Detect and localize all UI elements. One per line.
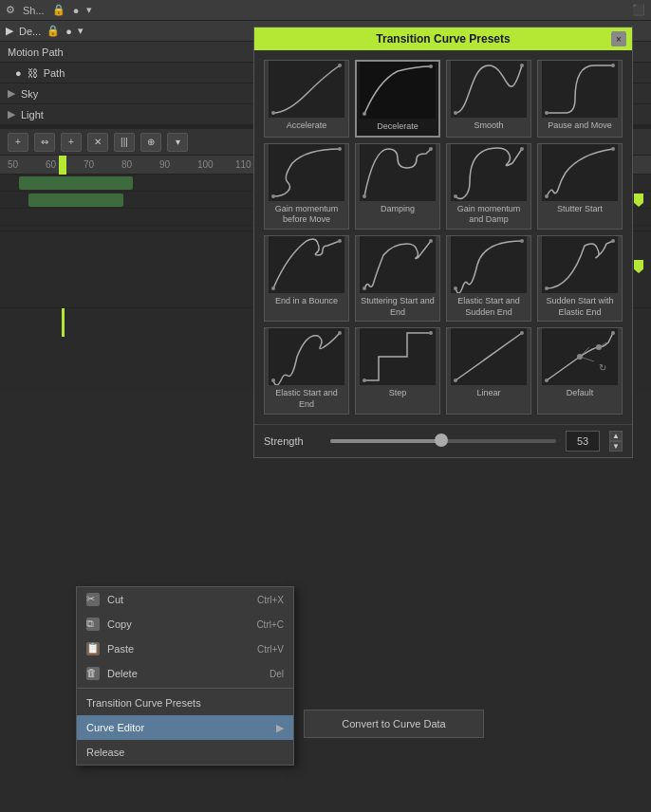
preset-sudden-elastic[interactable]: Sudden Start with Elastic End bbox=[537, 235, 623, 322]
tl-btn-6[interactable]: ⊕ bbox=[140, 133, 161, 152]
tl-btn-1[interactable]: + bbox=[8, 133, 28, 152]
ctx-curve-editor[interactable]: Curve Editor ▶ bbox=[77, 715, 293, 740]
tl-btn-4[interactable]: ✕ bbox=[87, 133, 108, 152]
svg-point-45 bbox=[520, 331, 524, 335]
svg-point-25 bbox=[271, 286, 275, 290]
preset-canvas-pause-move bbox=[542, 61, 618, 118]
preset-svg-end-bounce bbox=[269, 236, 344, 293]
ctx-cut-shortcut: Ctrl+X bbox=[257, 595, 284, 605]
svg-point-51 bbox=[596, 344, 602, 350]
preset-decelerate[interactable]: Decelerate bbox=[355, 60, 440, 138]
preset-canvas-accelerate bbox=[269, 61, 344, 118]
svg-point-26 bbox=[338, 239, 342, 243]
preset-canvas-end-bounce bbox=[269, 236, 344, 293]
top-icon-2: ▶ bbox=[6, 25, 13, 37]
svg-point-19 bbox=[454, 194, 457, 198]
preset-svg-default: ↻ bbox=[542, 328, 618, 385]
preset-linear[interactable]: Linear bbox=[446, 327, 531, 414]
ctx-delete-label: Delete bbox=[107, 668, 138, 679]
tcp-presets-grid: Accelerate Decelerate bbox=[254, 50, 632, 424]
preset-svg-pause-move bbox=[542, 61, 618, 118]
ctx-copy[interactable]: ⧉ Copy Ctrl+C bbox=[77, 612, 293, 637]
top-icon-1: ⚙ bbox=[6, 4, 15, 16]
svg-point-4 bbox=[363, 112, 366, 116]
ctx-copy-shortcut: Ctrl+C bbox=[256, 619, 284, 630]
preset-canvas-stutter-start bbox=[542, 144, 618, 201]
svg-rect-18 bbox=[451, 144, 527, 201]
path-label: Path bbox=[44, 67, 65, 79]
svg-point-29 bbox=[429, 239, 433, 243]
svg-point-28 bbox=[363, 286, 366, 290]
preset-svg-sudden-elastic bbox=[542, 236, 618, 293]
svg-point-13 bbox=[271, 194, 275, 198]
svg-rect-12 bbox=[269, 144, 344, 201]
preset-label-gain-before: Gain momentum before Move bbox=[265, 201, 348, 229]
preset-accelerate[interactable]: Accelerate bbox=[264, 60, 349, 138]
convert-to-curve-btn[interactable]: Convert to Curve Data bbox=[304, 710, 484, 738]
ctx-paste[interactable]: 📋 Paste Ctrl+V bbox=[77, 637, 293, 661]
preset-label-elastic-both: Elastic Start and End bbox=[265, 385, 348, 413]
svg-point-37 bbox=[271, 378, 275, 382]
strength-slider-track[interactable] bbox=[330, 439, 556, 443]
svg-point-14 bbox=[338, 147, 342, 151]
preset-default[interactable]: ↻ Default bbox=[537, 327, 623, 414]
preset-svg-gain-damp bbox=[451, 144, 527, 201]
ctx-submenu-arrow: ▶ bbox=[276, 722, 284, 734]
top-title-1: Sh... bbox=[23, 5, 45, 16]
ctx-cut[interactable]: ✂ Cut Ctrl+X bbox=[77, 587, 293, 612]
preset-canvas-gain-damp bbox=[451, 144, 527, 201]
strength-slider-fill bbox=[330, 439, 441, 443]
spin-up[interactable]: ▲ bbox=[609, 431, 623, 441]
preset-label-pause-move: Pause and Move bbox=[546, 118, 614, 135]
preset-label-gain-damp: Gain momentum and Damp bbox=[447, 201, 530, 229]
ctx-paste-label: Paste bbox=[107, 643, 134, 655]
track-block-1 bbox=[19, 176, 133, 190]
preset-label-default: Default bbox=[565, 385, 596, 402]
green-marker-2 bbox=[634, 260, 643, 273]
ctx-tcp[interactable]: Transition Curve Presets bbox=[77, 691, 293, 715]
preset-step[interactable]: Step bbox=[355, 327, 440, 414]
preset-label-sudden-elastic: Sudden Start with Elastic End bbox=[538, 293, 622, 321]
preset-stutter-start[interactable]: Stutter Start bbox=[537, 143, 623, 230]
svg-point-22 bbox=[545, 194, 549, 198]
svg-point-17 bbox=[429, 147, 433, 151]
ctx-copy-label: Copy bbox=[107, 618, 132, 630]
svg-point-35 bbox=[611, 239, 615, 243]
track-block-2 bbox=[28, 194, 123, 207]
tcp-title: Transition Curve Presets bbox=[376, 32, 510, 46]
preset-elastic-sudden[interactable]: Elastic Start and Sudden End bbox=[446, 235, 531, 322]
svg-point-38 bbox=[338, 331, 342, 335]
ruler-numbers: 50 60 70 80 90 100 110 bbox=[8, 159, 273, 170]
preset-smooth[interactable]: Smooth bbox=[446, 60, 531, 138]
tcp-close-btn[interactable]: × bbox=[611, 31, 626, 46]
svg-point-44 bbox=[454, 378, 457, 382]
preset-svg-stutter-start bbox=[542, 144, 618, 201]
preset-elastic-both[interactable]: Elastic Start and End bbox=[264, 327, 349, 414]
spin-down[interactable]: ▼ bbox=[609, 441, 623, 452]
preset-canvas-default: ↻ bbox=[542, 328, 618, 385]
preset-gain-momentum-before[interactable]: Gain momentum before Move bbox=[264, 143, 349, 230]
preset-end-bounce[interactable]: End in a Bounce bbox=[264, 235, 349, 322]
ctx-release[interactable]: Release bbox=[77, 740, 293, 765]
preset-canvas-gain-momentum-before bbox=[269, 144, 344, 201]
tl-btn-5[interactable]: ||| bbox=[114, 133, 135, 152]
ruler-90: 90 bbox=[159, 159, 197, 170]
preset-label-linear: Linear bbox=[474, 385, 502, 402]
strength-slider-thumb[interactable] bbox=[435, 434, 448, 447]
preset-label-decelerate: Decelerate bbox=[375, 119, 420, 136]
svg-rect-9 bbox=[542, 61, 618, 118]
preset-canvas-elastic-sudden bbox=[451, 236, 527, 293]
tl-btn-2[interactable]: ⇔ bbox=[34, 133, 55, 152]
tl-btn-7[interactable]: ▾ bbox=[167, 133, 188, 152]
svg-point-8 bbox=[520, 64, 524, 67]
top-bar-1: ⚙ Sh... 🔒 ● ▾ ⬛ bbox=[0, 0, 651, 21]
preset-stutter-start-end[interactable]: Stuttering Start and End bbox=[355, 235, 440, 322]
preset-damping[interactable]: Damping bbox=[355, 143, 440, 230]
svg-point-50 bbox=[577, 354, 583, 360]
ctx-delete[interactable]: 🗑 Delete Del bbox=[77, 661, 293, 686]
preset-gain-damp[interactable]: Gain momentum and Damp bbox=[446, 143, 531, 230]
arrow-sky: ▶ bbox=[8, 87, 15, 100]
preset-pause-move[interactable]: Pause and Move bbox=[537, 60, 623, 138]
tl-btn-3[interactable]: + bbox=[61, 133, 82, 152]
light-label: Light bbox=[21, 109, 44, 120]
